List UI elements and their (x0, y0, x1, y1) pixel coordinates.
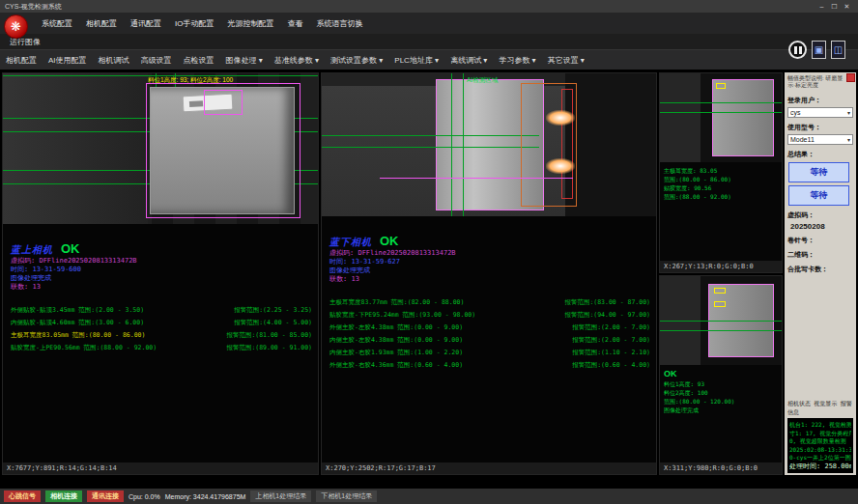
measure-line-magenta (380, 178, 573, 179)
menu-light-control-config[interactable]: 光源控制配置 (220, 18, 280, 29)
pause-icon (794, 46, 797, 54)
measurement-row: 外侧贴胶-贴顶3.45mm 范围:(2.00 - 3.50) 报警范围:(2.2… (11, 304, 312, 317)
total-result-box-2: 等待 (788, 185, 849, 206)
virtual-code-line: 虚拟码: DFFline2025020813313472B (329, 249, 650, 258)
tool-test-params[interactable]: 测试设置参数 ▾ (325, 55, 388, 66)
virtual-code-line: 虚拟码: DFFline2025020813313472B (11, 257, 312, 266)
measurement-value: 贴胶宽度-上PE90.56mm 范围:(88.00 - 92.00) (11, 342, 157, 354)
pixel-coordinate-readout: X:267;Y:13;R:0;G:0;B:0 (660, 261, 782, 272)
total-result-box-1: 等待 (788, 162, 849, 182)
info-sidebar: 幅值类型说明: 研磨显示·标定亮度 登录用户： cys ▾ 使用型号： Mode… (785, 72, 856, 475)
login-user-select[interactable]: cys ▾ (787, 107, 853, 118)
tool-other-settings[interactable]: 其它设置 ▾ (542, 55, 590, 66)
panel-close-button[interactable] (846, 73, 855, 82)
app-logo: ❋ (4, 14, 28, 39)
time-line: 时间: 13-31-59-627 (329, 258, 650, 266)
measurement-row: 外侧主胶-右胶4.36mm 范围:(0.60 - 4.00) 报警范围:(0.6… (329, 359, 650, 372)
thumb2-results: OK 料位1高度: 93 料位2高度: 100 范围:(80.00 - 120.… (660, 365, 782, 463)
measurement-value: 主极耳宽度83.05mm 范围:(80.00 - 86.00) (11, 329, 145, 342)
model-select[interactable]: Mode11 ▾ (787, 134, 853, 145)
tab-row: 运行图像 (0, 34, 858, 49)
menu-view[interactable]: 查看 (280, 18, 309, 29)
measurement-value: 内侧主胶-左胶4.38mm 范围:(0.00 - 9.00) (329, 334, 463, 347)
menu-camera-config[interactable]: 相机配置 (79, 18, 124, 29)
virtual-code-label: 虚拟码： (787, 210, 853, 220)
tool-ai-config[interactable]: AI使用配置 (43, 55, 93, 66)
left-camera-image: 料位1高度: 93; 料位2高度: 100 (3, 73, 318, 224)
tool-offline-debug[interactable]: 离线调试 ▾ (444, 55, 493, 66)
logo-icon: ❋ (11, 20, 21, 33)
result-badge: OK (61, 241, 80, 256)
left-camera-results: 蓝上相机 OK 虚拟码: DFFline2025020813313472B 时间… (3, 224, 318, 462)
tool-baseline-params[interactable]: 基准线参数 ▾ (269, 55, 325, 66)
pixel-coordinate-readout: X:7677;Y:891;R:14;G:14;B:14 (3, 462, 318, 474)
tab-run-image[interactable]: 运行图像 (0, 37, 41, 49)
machine-column (660, 73, 701, 162)
minimize-button[interactable]: – (815, 3, 828, 10)
virtual-code-value: 20250208 (790, 222, 853, 231)
roi-box-yellow (714, 288, 726, 294)
toolbar: 相机配置 AI使用配置 相机调试 高级设置 点检设置 图像处理 ▾ 基准线参数 … (0, 49, 858, 70)
top-camera-result-button[interactable]: 上相机1处理结果 (250, 490, 311, 502)
result-badge: OK (380, 234, 399, 248)
sidebar-spacer (787, 274, 853, 398)
mid-camera-results: 蓝下相机 OK 虚拟码: DFFline2025020813313472B 时间… (322, 216, 656, 462)
pixel-coordinate-readout: X:311;Y:980;R:0;G:0;B:0 (660, 462, 782, 474)
measure-line (660, 330, 782, 331)
measurement-value: 内侧贴胶-贴顶4.60mm 范围:(3.00 - 6.00) (11, 317, 144, 329)
thumb2-image (660, 276, 782, 365)
thumb-text-line: 范围:(80.00 - 86.00) (664, 175, 778, 183)
level-height-label: 料位1高度: 93; 料位2高度: 100 (148, 76, 233, 85)
measure-line (660, 112, 782, 113)
menu-system-config[interactable]: 系统配置 (35, 18, 79, 29)
thumb-camera-panel-1: 主极耳宽度: 83.05 范围:(80.00 - 86.00) 贴胶宽度: 90… (659, 72, 783, 273)
thumb-text-line: 料位1高度: 93 (664, 379, 778, 388)
batch-write-label: 合批写卡数： (787, 265, 853, 274)
chevron-down-icon: ▾ (847, 109, 850, 116)
login-user-label: 登录用户： (787, 96, 853, 105)
close-button[interactable]: ✕ (841, 3, 853, 11)
stats-line: 寸1: 17, 视觉分类程序: (789, 430, 851, 438)
process-time-line: 处理时间: 258.00ms (789, 462, 851, 471)
measurement-row: 内侧主胶-右胶1.93mm 范围:(1.00 - 2.20) 报警范围:(1.1… (329, 347, 650, 359)
tool-spot-check[interactable]: 点检设置 (178, 55, 220, 66)
thumb-text-line: 图像处理完成 (664, 406, 778, 414)
bottom-camera-result-button[interactable]: 下相机1处理结果 (316, 490, 377, 502)
ai-region-label: AI检测区域 (467, 76, 498, 85)
alarm-range: 报警范围:(2.25 - 3.25) (234, 304, 312, 317)
camera-view-button[interactable]: ▣ (812, 41, 826, 59)
save-image-button[interactable]: ◫ (831, 41, 845, 59)
alarm-range: 报警范围:(81.00 - 85.00) (226, 329, 312, 342)
tool-advanced-settings[interactable]: 高级设置 (135, 55, 178, 66)
roll-needle-label: 卷针号： (787, 236, 853, 245)
thumbnail-column: 主极耳宽度: 83.05 范围:(80.00 - 86.00) 贴胶宽度: 90… (659, 72, 783, 475)
menu-io-manual-config[interactable]: IO手动配置 (168, 18, 220, 29)
alarm-range: 报警范围:(2.00 - 7.00) (572, 322, 650, 334)
measurement-value: 贴胶宽度-下PE95.24mm 范围:(93.00 - 98.00) (329, 309, 475, 322)
tool-camera-debug[interactable]: 相机调试 (93, 55, 135, 66)
alarm-range: 报警范围:(2.00 - 7.00) (572, 334, 650, 347)
stats-header: 相机状态 视觉显示 报警信息 (787, 400, 853, 417)
maximize-button[interactable]: ☐ (828, 3, 841, 11)
tool-image-process[interactable]: 图像处理 ▾ (220, 55, 269, 66)
mid-camera-image: AI检测区域 (322, 73, 656, 216)
measurement-list: 外侧贴胶-贴顶3.45mm 范围:(2.00 - 3.50) 报警范围:(2.2… (11, 304, 312, 354)
model-value: Mode11 (790, 136, 815, 143)
measurement-row: 贴胶宽度-上PE90.56mm 范围:(88.00 - 92.00) 报警范围:… (11, 342, 312, 354)
thumb-text-line: 范围:(80.00 - 120.00) (664, 397, 778, 406)
measure-line (463, 73, 464, 216)
tool-plc-address[interactable]: PLC地址库 ▾ (388, 55, 444, 66)
menu-language-switch[interactable]: 系统语言切换 (309, 18, 369, 29)
thumb-text-line: 料位2高度: 100 (664, 388, 778, 397)
tool-camera-config[interactable]: 相机配置 (0, 55, 43, 66)
menu-comm-config[interactable]: 通讯配置 (124, 18, 168, 29)
login-user-value: cys (790, 109, 801, 116)
pause-button[interactable] (788, 41, 807, 59)
stats-line: 机台1: 222, 视觉检测状况 (789, 421, 851, 430)
machine-column (3, 73, 148, 224)
title-bar: CYS-视觉检测系统 – ☐ ✕ (0, 0, 858, 13)
menu-bar: 系统配置 相机配置 通讯配置 IO手动配置 光源控制配置 查看 系统语言切换 (0, 13, 858, 34)
thumb-text-line: 主极耳宽度: 83.05 (664, 166, 778, 175)
tool-learn-params[interactable]: 学习参数 ▾ (493, 55, 541, 66)
measurement-row: 内侧贴胶-贴顶4.60mm 范围:(3.00 - 6.00) 报警范围:(4.0… (11, 317, 312, 329)
